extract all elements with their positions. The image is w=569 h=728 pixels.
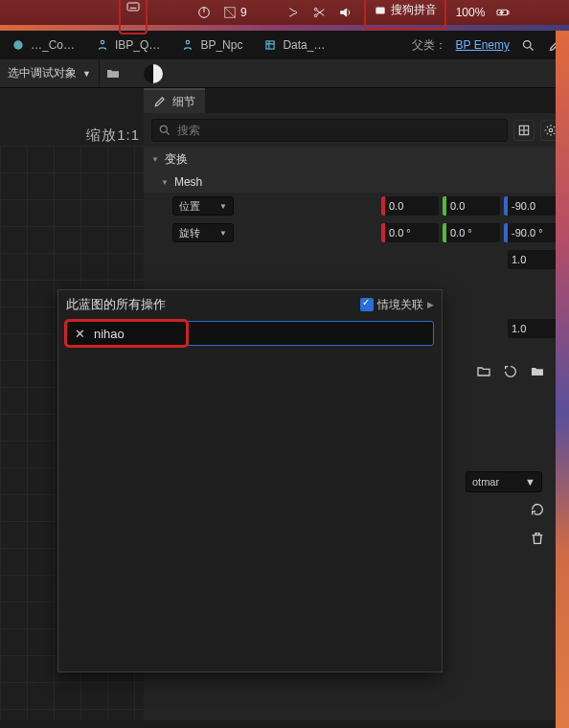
ime-label: 搜狗拼音 (391, 2, 437, 18)
svg-point-14 (549, 128, 553, 132)
keyboard-icon[interactable] (125, 0, 142, 15)
svg-rect-10 (266, 41, 274, 49)
popup-title: 此蓝图的所有操作 (66, 296, 166, 313)
context-sensitive-toggle[interactable]: 情境关联 ▶ (360, 297, 434, 313)
location-row: 位置 ▼ 0.0 0.0 -90.0 (144, 193, 569, 219)
panel-tabbar: 细节 × (144, 88, 569, 113)
ime-indicator[interactable]: 搜狗拼音 (364, 0, 446, 30)
tab-bpnpc[interactable]: BP_Npc (175, 31, 248, 59)
tray-app-icon[interactable]: 9 (222, 5, 247, 20)
svg-point-11 (523, 40, 531, 48)
power-icon[interactable] (195, 4, 213, 21)
reset-icon[interactable] (529, 501, 546, 518)
tray-keyboard-highlight (119, 0, 148, 34)
details-search-input[interactable] (177, 124, 501, 137)
partial-dropdown[interactable]: otmar ▼ (466, 471, 542, 492)
scale-row-partial: 1.0 (144, 246, 569, 273)
chevron-down-icon: ▼ (82, 69, 91, 79)
tab-co[interactable]: …_Co… (6, 31, 80, 59)
location-dropdown[interactable]: 位置 ▼ (172, 196, 234, 216)
rotation-z[interactable]: -90.0 ° (504, 223, 561, 242)
action-menu-popup: 此蓝图的所有操作 情境关联 ▶ ✕ (57, 289, 443, 672)
volume-icon[interactable] (337, 4, 354, 21)
battery-icon (494, 4, 512, 21)
folder-icon[interactable] (529, 363, 546, 380)
location-y[interactable]: 0.0 (443, 196, 500, 216)
triangle-down-icon: ▼ (161, 178, 169, 187)
section-mesh[interactable]: ▼ Mesh (144, 171, 569, 193)
yinyang-button[interactable] (140, 64, 167, 83)
svg-point-12 (160, 125, 167, 132)
scissors-icon[interactable] (310, 4, 328, 21)
section-transform[interactable]: ▼ 变换 (144, 148, 569, 171)
tab-ibpq[interactable]: IBP_Q… (90, 31, 166, 59)
search-icon[interactable] (519, 36, 536, 54)
trash-icon[interactable] (529, 530, 546, 547)
system-bar: 9 搜狗拼音 100% (0, 0, 569, 25)
scale-z[interactable]: 1.0 (508, 250, 561, 269)
use-selected-icon[interactable] (502, 363, 519, 380)
rotation-dropdown[interactable]: 旋转 ▼ (172, 223, 234, 242)
details-search[interactable] (151, 119, 508, 142)
open-folder-button[interactable] (100, 66, 126, 81)
chevron-down-icon: ▼ (525, 476, 535, 488)
tray-count: 9 (240, 6, 247, 19)
browse-icon[interactable] (475, 363, 492, 380)
svg-point-8 (101, 40, 104, 44)
tab-data[interactable]: Data_… (258, 31, 330, 59)
triangle-right-icon: ▶ (427, 300, 434, 309)
details-tab[interactable]: 细节 (144, 88, 205, 113)
svg-rect-4 (376, 7, 384, 13)
toolbar: 选中调试对象 ▼ (0, 59, 569, 88)
layout-button[interactable] (513, 120, 535, 141)
val-z[interactable]: 1.0 (508, 319, 561, 338)
checkbox-checked-icon (360, 298, 374, 311)
chevron-down-icon: ▼ (219, 202, 227, 211)
zoom-label: 缩放1:1 (86, 126, 140, 145)
triangle-down-icon: ▼ (151, 155, 159, 164)
rotation-y[interactable]: 0.0 ° (443, 223, 500, 242)
parent-class-link[interactable]: BP Enemy (456, 38, 510, 52)
parent-class-label: 父类： (412, 37, 446, 54)
location-z[interactable]: -90.0 (504, 196, 561, 216)
svg-point-9 (187, 40, 191, 44)
chevron-down-icon: ▼ (219, 229, 227, 238)
popup-search-input[interactable] (66, 321, 434, 346)
search-icon (158, 124, 171, 137)
rotation-x[interactable]: 0.0 ° (381, 223, 439, 242)
details-search-row (144, 113, 569, 148)
location-x[interactable]: 0.0 (381, 196, 439, 216)
svg-point-2 (314, 8, 317, 11)
rotation-row: 旋转 ▼ 0.0 ° 0.0 ° -90.0 ° (144, 219, 569, 246)
svg-rect-6 (508, 11, 509, 14)
yinyang-icon (144, 64, 163, 83)
snake-icon[interactable] (284, 4, 301, 21)
debug-object-dropdown[interactable]: 选中调试对象 ▼ (0, 59, 100, 87)
svg-point-7 (13, 40, 22, 49)
svg-point-3 (314, 14, 317, 17)
editor-tabs: …_Co… IBP_Q… BP_Npc Data_… 父类： BP Enemy (0, 31, 569, 59)
clear-search-button[interactable]: ✕ (72, 326, 87, 341)
desktop-edge (556, 31, 569, 728)
svg-rect-0 (127, 3, 139, 11)
battery-pct: 100% (456, 6, 486, 19)
